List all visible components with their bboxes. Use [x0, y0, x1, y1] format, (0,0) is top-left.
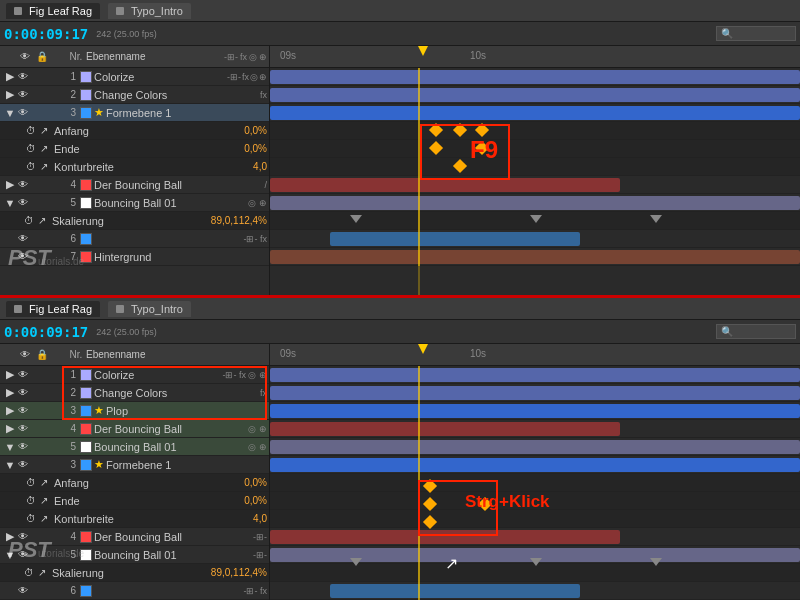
color-3	[80, 107, 92, 119]
fps-display-2: 242 (25.00 fps)	[96, 327, 157, 337]
kf-ende-2	[477, 143, 487, 153]
layer-list-1: 👁 🔒 Nr. Ebenenname -⊞- fx ◎ ⊕ ▶ 👁	[0, 46, 270, 295]
layer-row-p2-ende[interactable]: ⏱ ↗ Ende 0,0%	[0, 492, 269, 510]
name-4: Der Bouncing Ball	[94, 179, 264, 191]
expand-icon-1: ▶	[6, 70, 14, 83]
playhead-line-4	[418, 176, 420, 194]
layer-row-anfang[interactable]: ⏱ ↗ Anfang 0,0%	[0, 122, 269, 140]
name-p2-kontur: Konturbreite	[54, 513, 249, 525]
ruler-2: 09s 10s	[270, 344, 800, 366]
layer-row-p2-4[interactable]: ▶ 👁 4 Der Bouncing Ball ◎ ⊕	[0, 420, 269, 438]
bar-2	[270, 88, 800, 102]
kf-skal-mid	[530, 215, 542, 223]
timeline-header-1: 0:00:09:17 242 (25.00 fps)	[0, 22, 800, 46]
eye-4[interactable]: 👁	[18, 179, 32, 190]
bar-4	[270, 178, 620, 192]
ruler-mark-10s: 10s	[470, 50, 486, 61]
star-3: ★	[94, 106, 104, 119]
layer-row-skal[interactable]: ⏱ ↗ Skalierung 89,0,112,4%	[0, 212, 269, 230]
layer-row-kontur[interactable]: ⏱ ↗ Konturbreite 4,0	[0, 158, 269, 176]
name-kontur: Konturbreite	[54, 161, 249, 173]
layer-row-ende[interactable]: ⏱ ↗ Ende 0,0%	[0, 140, 269, 158]
eye-1[interactable]: 👁	[18, 71, 32, 82]
panel-1: Fig Leaf Rag Typo_Intro 0:00:09:17 242 (…	[0, 0, 800, 295]
layer-row-4[interactable]: ▶ 👁 4 Der Bouncing Ball /	[0, 176, 269, 194]
layer-row-3[interactable]: ▼ 👁 3 ★ Formebene 1	[0, 104, 269, 122]
layer-row-p2-anfang[interactable]: ⏱ ↗ Anfang 0,0%	[0, 474, 269, 492]
track-p2-dbb	[270, 528, 800, 546]
layer-row-p2-skal[interactable]: ⏱ ↗ Skalierung 89,0,112,4%	[0, 564, 269, 582]
track-2	[270, 86, 800, 104]
track-p2-6	[270, 582, 800, 600]
eye-2[interactable]: 👁	[18, 89, 32, 100]
kf-p2-1	[425, 481, 435, 491]
fps-display-1: 242 (25.00 fps)	[96, 29, 157, 39]
name-p2-4: Der Bouncing Ball	[94, 423, 248, 435]
track-p2-plop	[270, 402, 800, 420]
bar-5	[270, 196, 800, 210]
track-p2-2	[270, 384, 800, 402]
layer-row-1[interactable]: ▶ 👁 1 Colorize -⊞- fx ◎ ⊕	[0, 68, 269, 86]
eye-5[interactable]: 👁	[18, 197, 32, 208]
color-1	[80, 71, 92, 83]
timeline-header-2: 0:00:09:17 242 (25.00 fps)	[0, 320, 800, 344]
ruler-mark-09s-2: 09s	[280, 348, 296, 359]
tab-fig-leaf-rag[interactable]: Fig Leaf Rag	[6, 3, 100, 19]
playhead-line-3	[418, 104, 420, 122]
track-p2-4	[270, 420, 800, 438]
layer-row-p2-6[interactable]: 👁 6 -⊞- fx	[0, 582, 269, 600]
playhead-triangle-2	[418, 344, 428, 354]
tab2-fig-leaf-rag[interactable]: Fig Leaf Rag	[6, 301, 100, 317]
tab-dot-4	[116, 305, 124, 313]
search-input-1[interactable]	[716, 26, 796, 41]
layer-row-p2-kontur[interactable]: ⏱ ↗ Konturbreite 4,0	[0, 510, 269, 528]
name-p2-dbb: Der Bouncing Ball	[94, 531, 253, 543]
eye-6[interactable]: 👁	[18, 233, 32, 244]
kf-p2-3	[425, 517, 435, 527]
tab-dot-1	[14, 7, 22, 15]
layer-row-2[interactable]: ▶ 👁 2 Change Colors fx	[0, 86, 269, 104]
layer-row-p2-dbb[interactable]: ▶ 👁 4 Der Bouncing Ball -⊞-	[0, 528, 269, 546]
nr-3: 3	[60, 107, 78, 118]
eye-3[interactable]: 👁	[18, 107, 32, 118]
layer-row-p2-2[interactable]: ▶ 👁 2 Change Colors fx	[0, 384, 269, 402]
track-4	[270, 176, 800, 194]
search-input-2[interactable]	[716, 324, 796, 339]
layer-row-p2-3[interactable]: ▶ 👁 3 ★ Plop	[0, 402, 269, 420]
track-5	[270, 194, 800, 212]
kf-ende-1	[431, 143, 441, 153]
track-anfang	[270, 122, 800, 140]
playhead-line-a	[418, 122, 420, 140]
layer-row-5[interactable]: ▼ 👁 5 Bouncing Ball 01 ◎ ⊕	[0, 194, 269, 212]
playhead-line-5	[418, 194, 420, 212]
color-7	[80, 251, 92, 263]
layer-cols-header-2: 👁 🔒 Nr. Ebenenname	[0, 344, 269, 366]
clock-kontur: ⏱	[26, 161, 40, 172]
track-p2-skal	[270, 564, 800, 582]
tab-label-3: Fig Leaf Rag	[29, 303, 92, 315]
tab-typo-intro[interactable]: Typo_Intro	[108, 3, 191, 19]
bar-1	[270, 70, 800, 84]
curve-skal: ↗	[38, 215, 52, 226]
tab-label-1: Fig Leaf Rag	[29, 5, 92, 17]
layer-row-p2-form[interactable]: ▼ 👁 3 ★ Formebene 1	[0, 456, 269, 474]
tab-dot-2	[116, 7, 124, 15]
layer-row-7[interactable]: 👁 7 Hintergrund	[0, 248, 269, 266]
top-bar-1: Fig Leaf Rag Typo_Intro	[0, 0, 800, 22]
layer-row-p2-bb01[interactable]: ▼ 👁 5 Bouncing Ball 01 -⊞-	[0, 546, 269, 564]
tab-dot-3	[14, 305, 22, 313]
playhead-line-6	[418, 230, 420, 248]
name-p2-2: Change Colors	[94, 387, 260, 399]
track-p2-anfang	[270, 474, 800, 492]
layer-row-6[interactable]: 👁 6 -⊞- fx	[0, 230, 269, 248]
expand-3[interactable]: ▼	[2, 107, 18, 119]
eye-7[interactable]: 👁	[18, 251, 32, 262]
track-ende	[270, 140, 800, 158]
track-p2-ende	[270, 492, 800, 510]
playhead-triangle-1	[418, 46, 428, 56]
tab2-typo-intro[interactable]: Typo_Intro	[108, 301, 191, 317]
track-p2-1	[270, 366, 800, 384]
layer-row-p2-5[interactable]: ▼ 👁 5 Bouncing Ball 01 ◎ ⊕	[0, 438, 269, 456]
layer-row-p2-1[interactable]: ▶ 👁 1 Colorize -⊞- fx ◎ ⊕	[0, 366, 269, 384]
name-p2-skal: Skalierung	[52, 567, 207, 579]
